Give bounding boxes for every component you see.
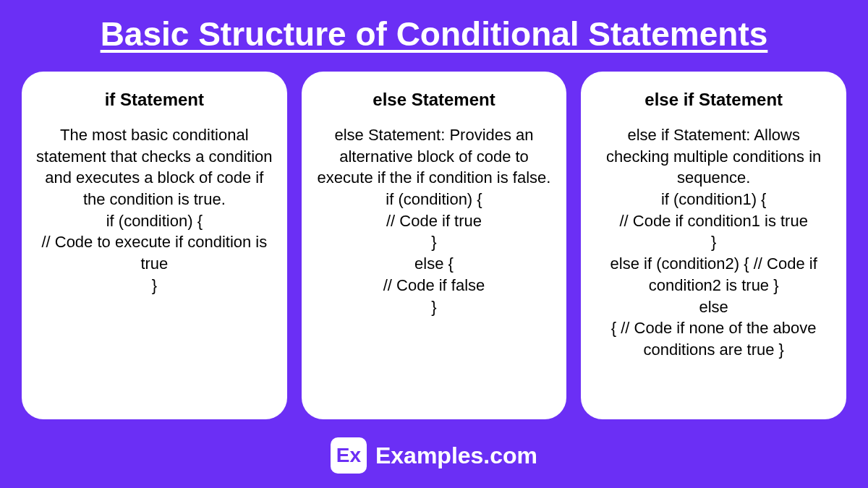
card-if-statement: if Statement The most basic conditional … xyxy=(22,72,287,419)
footer-logo-icon: Ex xyxy=(331,437,367,474)
card-body: The most basic conditional statement tha… xyxy=(36,124,273,296)
card-title: else Statement xyxy=(373,90,495,110)
page-title: Basic Structure of Conditional Statement… xyxy=(22,14,846,53)
card-else-if-statement: else if Statement else if Statement: All… xyxy=(581,72,846,419)
card-else-statement: else Statement else Statement: Provides … xyxy=(302,72,567,419)
footer: Ex Examples.com xyxy=(22,437,846,474)
card-body: else Statement: Provides an alternative … xyxy=(316,124,553,317)
cards-container: if Statement The most basic conditional … xyxy=(22,72,846,419)
footer-text: Examples.com xyxy=(375,442,537,469)
card-title: else if Statement xyxy=(644,90,783,110)
card-body: else if Statement: Allows checking multi… xyxy=(595,124,832,361)
card-title: if Statement xyxy=(105,90,204,110)
